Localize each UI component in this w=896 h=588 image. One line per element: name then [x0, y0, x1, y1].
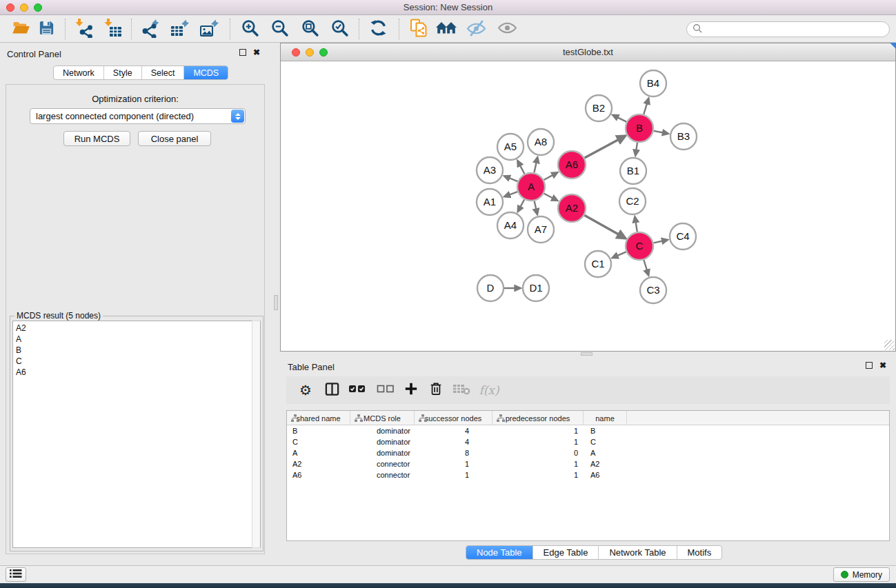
cell[interactable]: connector [350, 469, 415, 480]
result-list-scrollbar[interactable] [252, 321, 261, 548]
cell[interactable]: 4 [415, 436, 492, 447]
cell[interactable]: dominator [350, 436, 415, 447]
tab-style[interactable]: Style [104, 66, 142, 79]
hide-selected-button[interactable] [464, 17, 488, 41]
cell[interactable]: A2 [287, 458, 350, 469]
table-row[interactable]: A6 connector 1 1 A6 [287, 469, 889, 480]
search-input[interactable] [706, 23, 889, 36]
table-row[interactable]: A dominator 8 0 A [287, 447, 889, 458]
cell[interactable]: 1 [415, 469, 492, 480]
result-list-item[interactable]: A2 [16, 323, 252, 334]
save-session-button[interactable] [34, 17, 58, 41]
table-row[interactable]: C dominator 4 1 C [287, 436, 889, 447]
import-table-button[interactable] [101, 17, 124, 41]
cell[interactable]: A6 [287, 469, 350, 480]
network-canvas[interactable]: B4B2BB3A5A8A6B1A3AC2A1A2A4A7C4CC1C3DD1 [281, 61, 895, 351]
cell[interactable]: 0 [492, 447, 584, 458]
export-network-button[interactable] [139, 17, 162, 41]
cell[interactable]: 1 [492, 469, 584, 480]
show-column-button[interactable] [320, 376, 344, 404]
graph-edge-B-B1[interactable] [635, 143, 637, 155]
network-zoom-button[interactable] [319, 48, 328, 57]
network-window-titlebar[interactable]: testGlobe.txt [281, 43, 895, 61]
zoom-out-button[interactable] [268, 17, 291, 41]
graph-edge-C-C1[interactable] [613, 252, 626, 258]
minimize-window-button[interactable] [20, 3, 28, 12]
graph-edge-A6-B[interactable] [585, 136, 625, 158]
graph-edge-B-B3[interactable] [654, 131, 668, 134]
float-panel-icon[interactable] [239, 49, 246, 56]
float-panel-icon[interactable] [866, 362, 873, 369]
tab-network-table[interactable]: Network Table [599, 546, 677, 559]
graph-edge-B-B2[interactable] [613, 115, 627, 122]
close-panel-icon[interactable]: ✖ [879, 362, 886, 369]
graph-edge-A-A4[interactable] [518, 200, 524, 212]
tab-node-table[interactable]: Node Table [466, 546, 533, 559]
zoom-window-button[interactable] [34, 3, 42, 12]
table-row[interactable]: A2 connector 1 1 A2 [287, 458, 889, 469]
tab-network[interactable]: Network [54, 66, 104, 79]
cell[interactable]: A [584, 447, 627, 458]
cell[interactable]: 1 [492, 458, 584, 469]
search-field[interactable] [686, 21, 890, 37]
cell[interactable]: 1 [415, 458, 492, 469]
table-settings-button[interactable]: ⚙ [294, 376, 317, 404]
cell[interactable]: 8 [415, 447, 492, 458]
refresh-view-button[interactable] [366, 17, 390, 41]
cell[interactable]: C [584, 436, 627, 447]
tab-mcds[interactable]: MCDS [184, 66, 228, 79]
graph-edge-C-C4[interactable] [654, 240, 668, 243]
function-builder-button[interactable]: f(x) [477, 376, 501, 404]
cell[interactable]: A6 [584, 469, 627, 480]
cell[interactable]: dominator [350, 425, 415, 436]
deselect-all-columns-button[interactable] [374, 376, 397, 404]
delete-table-button[interactable] [450, 376, 473, 404]
cell[interactable]: 1 [492, 425, 584, 436]
network-close-button[interactable] [292, 48, 300, 57]
cell[interactable]: B [287, 425, 350, 436]
graph-edge-C-C2[interactable] [635, 217, 637, 232]
result-list-item[interactable]: C [16, 356, 252, 367]
select-all-columns-button[interactable] [346, 376, 369, 404]
delete-column-button[interactable] [424, 376, 448, 404]
cell[interactable]: dominator [350, 447, 415, 458]
column-header-shared-name[interactable]: shared name [287, 411, 350, 425]
cell[interactable]: A2 [584, 458, 627, 469]
cell[interactable]: C [287, 436, 350, 447]
close-window-button[interactable] [6, 3, 14, 12]
graph-edge-A-A5[interactable] [518, 161, 525, 174]
graph-edge-A-A6[interactable] [544, 172, 557, 180]
run-mcds-button[interactable]: Run MCDS [63, 131, 130, 146]
tab-motifs[interactable]: Motifs [677, 546, 722, 559]
graph-edge-A2-C[interactable] [584, 215, 625, 238]
zoom-in-button[interactable] [238, 17, 261, 41]
memory-button[interactable]: Memory [833, 567, 890, 582]
first-neighbors-button[interactable] [435, 17, 458, 41]
cell[interactable]: 4 [415, 425, 492, 436]
import-network-button[interactable] [72, 17, 95, 41]
graph-edge-A-A1[interactable] [505, 192, 518, 196]
column-header-name[interactable]: name [584, 411, 627, 425]
export-table-button[interactable] [168, 17, 191, 41]
graph-edge-A-A8[interactable] [534, 158, 537, 173]
cell[interactable]: B [584, 425, 627, 436]
show-all-button[interactable] [495, 17, 519, 41]
criterion-dropdown[interactable]: largest connected component (directed) [30, 108, 246, 124]
new-network-from-selection-button[interactable] [408, 17, 431, 41]
graph-edge-C-C3[interactable] [644, 260, 648, 275]
show-panels-button[interactable] [6, 567, 26, 582]
graph-edge-A-A7[interactable] [535, 201, 537, 214]
close-panel-icon[interactable]: ✖ [253, 49, 260, 56]
column-header-mcds-role[interactable]: MCDS role [350, 411, 415, 425]
result-list-item[interactable]: A [16, 334, 252, 345]
close-panel-button[interactable]: Close panel [138, 131, 211, 146]
split-divider-handle[interactable] [274, 295, 278, 310]
cell[interactable]: A [287, 447, 350, 458]
network-minimize-button[interactable] [306, 48, 314, 57]
export-image-button[interactable] [197, 17, 221, 41]
result-list-item[interactable]: B [16, 345, 252, 356]
cell[interactable]: 1 [492, 436, 584, 447]
tab-edge-table[interactable]: Edge Table [533, 546, 599, 559]
graph-edge-B-B4[interactable] [644, 99, 648, 114]
graph-edge-A-A3[interactable] [504, 176, 517, 182]
